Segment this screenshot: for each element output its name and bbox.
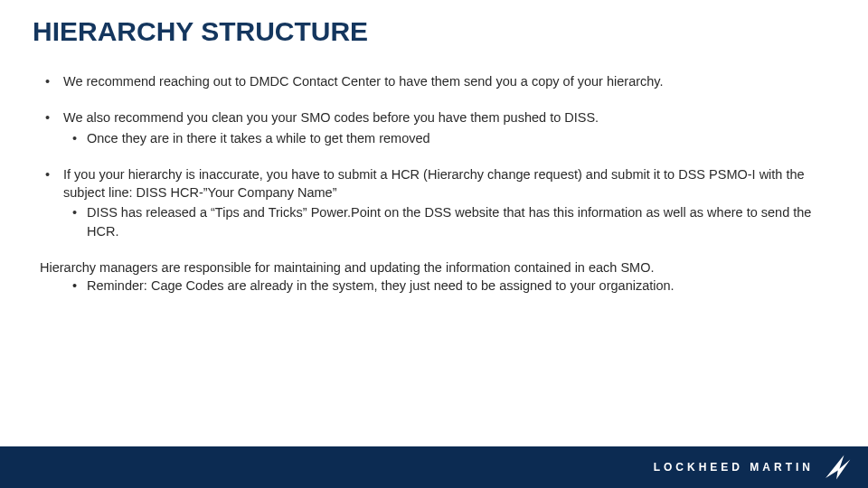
footer-bar: LOCKHEED MARTIN (0, 446, 868, 488)
bullet-text: We also recommend you clean you your SMO… (63, 110, 599, 125)
slide: HIERARCHY STRUCTURE We recommend reachin… (0, 0, 868, 488)
list-item: If you your hierarchy is inaccurate, you… (40, 165, 828, 240)
paragraph: Hierarchy managers are responsible for m… (40, 258, 828, 296)
bullet-text: Reminder: Cage Codes are already in the … (87, 278, 675, 293)
brand-name: LOCKHEED MARTIN (654, 461, 814, 474)
list-item: Once they are in there it takes a while … (63, 129, 828, 147)
list-item: We recommend reaching out to DMDC Contac… (40, 72, 828, 90)
bullet-text: Once they are in there it takes a while … (87, 131, 430, 145)
star-icon (821, 452, 852, 483)
list-item: We also recommend you clean you your SMO… (40, 108, 828, 147)
brand-logo: LOCKHEED MARTIN (654, 452, 852, 483)
bullet-text: If you your hierarchy is inaccurate, you… (63, 167, 805, 200)
slide-body: We recommend reaching out to DMDC Contac… (0, 47, 868, 296)
bullet-list: We recommend reaching out to DMDC Contac… (40, 72, 828, 240)
bullet-text: DISS has released a “Tips and Tricks” Po… (87, 205, 811, 238)
sub-list: Once they are in there it takes a while … (63, 129, 828, 147)
paragraph-text: Hierarchy managers are responsible for m… (40, 260, 654, 275)
list-item: DISS has released a “Tips and Tricks” Po… (63, 203, 828, 240)
paragraph-sub: Reminder: Cage Codes are already in the … (40, 277, 828, 295)
slide-title: HIERARCHY STRUCTURE (0, 0, 868, 47)
sub-list: DISS has released a “Tips and Tricks” Po… (63, 203, 828, 240)
bullet-text: We recommend reaching out to DMDC Contac… (63, 74, 664, 89)
